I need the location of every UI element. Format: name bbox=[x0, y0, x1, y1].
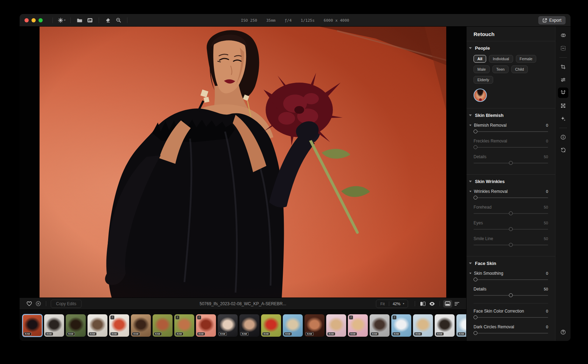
filmstrip-thumbnail-19[interactable]: RAW bbox=[413, 314, 433, 337]
history-tool-button[interactable] bbox=[558, 145, 568, 155]
slider-track[interactable] bbox=[474, 160, 548, 166]
filmstrip-thumbnail-15[interactable]: RAW bbox=[326, 314, 346, 337]
slider-knob[interactable] bbox=[509, 293, 513, 297]
image-canvas[interactable] bbox=[20, 27, 466, 298]
slider-value: 50 bbox=[544, 287, 548, 291]
slider-knob[interactable] bbox=[509, 227, 513, 231]
reject-button[interactable] bbox=[34, 300, 43, 308]
people-section-header[interactable]: People bbox=[474, 46, 548, 51]
slider-track[interactable] bbox=[474, 144, 548, 150]
raw-badge: RAW bbox=[219, 332, 227, 336]
slider-track[interactable] bbox=[474, 226, 548, 232]
split-view-button[interactable] bbox=[418, 300, 427, 308]
preview-original-button[interactable] bbox=[427, 300, 436, 308]
slider-track[interactable] bbox=[474, 210, 548, 217]
section-header[interactable]: Face Skin bbox=[474, 261, 548, 266]
filmstrip-thumbnail-14[interactable]: RAW bbox=[304, 314, 324, 337]
slider-track[interactable] bbox=[474, 276, 548, 283]
filmstrip: RAWRAWRAWRAWRAW2RAWRAWRAW2RAW2RAWRAWRAWR… bbox=[20, 309, 466, 341]
filmstrip-thumbnail-9[interactable]: RAW2 bbox=[196, 314, 216, 337]
export-icon bbox=[542, 18, 547, 23]
slider-knob[interactable] bbox=[509, 161, 513, 165]
filmstrip-toggle-button[interactable] bbox=[443, 300, 452, 308]
raw-badge: RAW bbox=[45, 332, 53, 336]
slider-knob[interactable] bbox=[474, 315, 477, 319]
slider-skin-smoothing: Skin Smoothing0 bbox=[474, 270, 548, 283]
sort-button[interactable] bbox=[452, 300, 461, 308]
people-filter-male[interactable]: Male bbox=[474, 65, 490, 73]
slider-knob[interactable] bbox=[474, 331, 477, 335]
export-button[interactable]: Export bbox=[538, 16, 566, 24]
photo-preview[interactable] bbox=[40, 27, 446, 298]
slider-knob[interactable] bbox=[509, 211, 513, 215]
detected-face-avatar[interactable] bbox=[474, 89, 487, 102]
filmstrip-thumbnail-1[interactable]: RAW bbox=[22, 314, 42, 337]
filmstrip-thumbnail-12[interactable]: RAW bbox=[261, 314, 281, 337]
ai-enhance-button[interactable]: ▾ bbox=[56, 16, 67, 24]
close-window-button[interactable] bbox=[24, 18, 29, 22]
favorite-button[interactable] bbox=[24, 300, 34, 308]
section-header[interactable]: Skin Wrinkles bbox=[474, 179, 548, 184]
filmstrip-thumbnail-7[interactable]: RAW bbox=[153, 314, 173, 337]
chevron-down-icon: ▾ bbox=[64, 19, 65, 22]
mosaic-tool-button[interactable] bbox=[558, 100, 568, 111]
maximize-window-button[interactable] bbox=[38, 18, 43, 22]
slider-knob[interactable] bbox=[509, 243, 513, 247]
slider-track[interactable] bbox=[474, 330, 548, 336]
adjustments-tool-button[interactable] bbox=[558, 75, 568, 85]
slider-value: 50 bbox=[544, 205, 548, 209]
filmstrip-thumbnail-13[interactable]: RAW bbox=[283, 314, 303, 337]
people-filter-child[interactable]: Child bbox=[511, 65, 528, 73]
filmstrip-thumbnail-3[interactable]: RAW bbox=[66, 314, 86, 337]
people-filter-all[interactable]: All bbox=[474, 55, 486, 63]
slider-track[interactable] bbox=[474, 292, 548, 299]
fit-button[interactable]: Fit bbox=[376, 302, 389, 306]
open-folder-button[interactable] bbox=[74, 16, 85, 24]
eraser-tool-button[interactable] bbox=[103, 16, 113, 24]
zoom-level-dropdown[interactable]: 42% ▾ bbox=[389, 302, 408, 306]
ai-mask-tool-button[interactable] bbox=[558, 43, 568, 54]
filmstrip-thumbnail-20[interactable]: RAW bbox=[435, 314, 455, 337]
slider-knob[interactable] bbox=[474, 130, 477, 133]
slider-knob[interactable] bbox=[474, 278, 477, 281]
people-filter-female[interactable]: Female bbox=[516, 55, 537, 63]
collapse-chevron-icon bbox=[469, 114, 472, 116]
photo-library-button[interactable] bbox=[85, 16, 95, 24]
section-title: Skin Wrinkles bbox=[475, 179, 505, 184]
filmstrip-thumbnail-4[interactable]: RAW bbox=[88, 314, 107, 337]
titlebar: ▾ bbox=[20, 14, 570, 27]
slider-track[interactable] bbox=[474, 195, 548, 201]
filmstrip-thumbnail-5[interactable]: RAW2 bbox=[109, 314, 129, 337]
copy-edits-button[interactable]: Copy Edits bbox=[51, 300, 82, 308]
filmstrip-thumbnail-18[interactable]: RAW2 bbox=[391, 314, 411, 337]
slider-track[interactable] bbox=[474, 314, 548, 321]
slider-knob[interactable] bbox=[474, 196, 477, 200]
filmstrip-thumbnail-11[interactable]: RAW bbox=[239, 314, 259, 337]
slider-knob[interactable] bbox=[474, 145, 477, 149]
help-tool-button[interactable] bbox=[558, 327, 568, 337]
info-tool-button[interactable] bbox=[558, 132, 568, 142]
filmstrip-thumbnail-17[interactable]: RAW bbox=[370, 314, 390, 337]
people-filter-teen[interactable]: Teen bbox=[492, 65, 509, 73]
filmstrip-thumbnail-8[interactable]: RAW2 bbox=[174, 314, 194, 337]
raw-badge: RAW bbox=[240, 332, 248, 336]
people-filter-elderly[interactable]: Elderly bbox=[474, 76, 493, 84]
filmstrip-thumbnail-2[interactable]: RAW bbox=[44, 314, 64, 337]
loupe-tool-button[interactable] bbox=[113, 16, 124, 24]
minimize-window-button[interactable] bbox=[31, 18, 36, 22]
retouch-tool-button[interactable] bbox=[558, 88, 568, 98]
compare-circles-tool-button[interactable] bbox=[558, 30, 568, 41]
stack-badge: 2 bbox=[392, 315, 397, 320]
section-header[interactable]: Skin Blemish bbox=[474, 113, 548, 118]
people-filter-individual[interactable]: Individual bbox=[489, 55, 513, 63]
crop-tool-button[interactable] bbox=[558, 62, 568, 72]
filmstrip-thumbnail-21[interactable]: RAW bbox=[456, 314, 466, 337]
slider-track[interactable] bbox=[474, 242, 548, 248]
eye-icon bbox=[429, 302, 435, 306]
effects-tool-button[interactable] bbox=[558, 113, 568, 124]
filmstrip-thumbnail-10[interactable]: RAW bbox=[218, 314, 238, 337]
slider-track[interactable] bbox=[474, 128, 548, 135]
statusbar-divider bbox=[415, 301, 415, 306]
filmstrip-thumbnail-16[interactable]: RAW2 bbox=[348, 314, 368, 337]
filmstrip-thumbnail-6[interactable]: RAW bbox=[131, 314, 151, 337]
